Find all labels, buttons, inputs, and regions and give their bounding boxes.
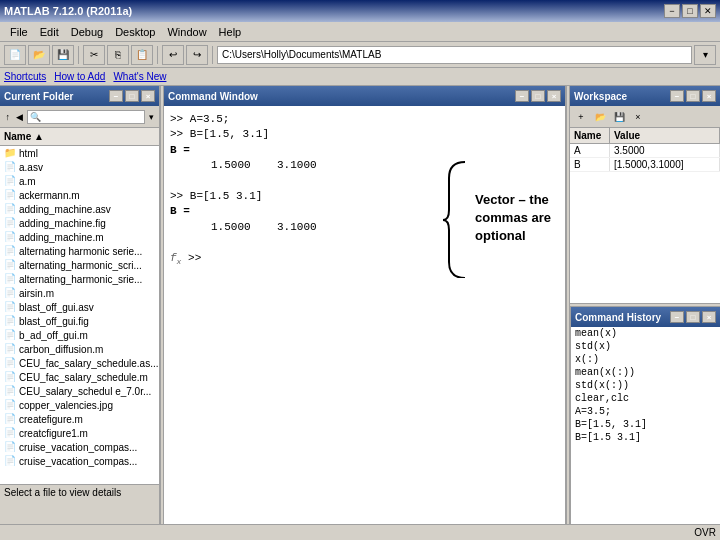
menu-edit[interactable]: Edit xyxy=(34,24,65,40)
ws-var-value: 3.5000 xyxy=(610,144,720,157)
history-item[interactable]: x(:) xyxy=(571,353,720,366)
brace-svg xyxy=(441,158,469,278)
cut-button[interactable]: ✂ xyxy=(83,45,105,65)
file-icon: 📄 xyxy=(4,371,16,383)
list-item[interactable]: 📄ackermann.m xyxy=(0,188,159,202)
workspace-header: Name Value xyxy=(570,128,720,144)
list-item[interactable]: 📄alternating_harmonic_scri... xyxy=(0,258,159,272)
file-icon: 📄 xyxy=(4,357,16,369)
ws-toolbar: + 📂 💾 × xyxy=(570,106,720,128)
cmd-panel-title-buttons: − □ × xyxy=(515,90,561,102)
table-row[interactable]: B [1.5000,3.1000] xyxy=(570,158,720,172)
hist-minimize-button[interactable]: − xyxy=(670,311,684,323)
ws-title-buttons: − □ × xyxy=(670,90,716,102)
ws-new-var-button[interactable]: + xyxy=(572,109,590,125)
open-button[interactable]: 📂 xyxy=(28,45,50,65)
list-item[interactable]: 📄adding_machine.m xyxy=(0,230,159,244)
ws-var-value: [1.5000,3.1000] xyxy=(610,158,720,171)
up-dir-button[interactable]: ↑ xyxy=(2,109,13,125)
file-icon: 📄 xyxy=(4,329,16,341)
folder-options-button[interactable]: ▾ xyxy=(146,109,157,125)
path-bar[interactable]: C:\Users\Holly\Documents\MATLAB xyxy=(217,46,692,64)
redo-button[interactable]: ↪ xyxy=(186,45,208,65)
cmd-minimize-button[interactable]: − xyxy=(515,90,529,102)
menu-desktop[interactable]: Desktop xyxy=(109,24,161,40)
file-name: blast_off_gui.asv xyxy=(19,302,94,313)
list-item[interactable]: 📄airsin.m xyxy=(0,286,159,300)
workspace-titlebar: Workspace − □ × xyxy=(570,86,720,106)
close-button[interactable]: ✕ xyxy=(700,4,716,18)
file-name: alternating_harmonic_scri... xyxy=(19,260,142,271)
shortcuts-link[interactable]: Shortcuts xyxy=(4,71,46,82)
list-item[interactable]: 📄CEU_salary_schedul e_7.0r... xyxy=(0,384,159,398)
list-item[interactable]: 📄a.asv xyxy=(0,160,159,174)
list-item[interactable]: 📄blast_off_gui.asv xyxy=(0,300,159,314)
hist-close-button[interactable]: × xyxy=(702,311,716,323)
undo-button[interactable]: ↩ xyxy=(162,45,184,65)
file-name: createfigure.m xyxy=(19,414,83,425)
ws-close-button[interactable]: × xyxy=(702,90,716,102)
back-button[interactable]: ◀ xyxy=(14,109,25,125)
new-file-button[interactable]: 📄 xyxy=(4,45,26,65)
paste-button[interactable]: 📋 xyxy=(131,45,153,65)
whats-new-link[interactable]: What's New xyxy=(113,71,166,82)
ws-save-button[interactable]: 💾 xyxy=(610,109,628,125)
list-item[interactable]: 📄CEU_fac_salary_schedule.as... xyxy=(0,356,159,370)
history-item[interactable]: std(x) xyxy=(571,340,720,353)
file-icon: 📄 xyxy=(4,189,16,201)
file-icon: 📄 xyxy=(4,287,16,299)
history-item[interactable]: A=3.5; xyxy=(571,405,720,418)
minimize-button[interactable]: − xyxy=(664,4,680,18)
ws-maximize-button[interactable]: □ xyxy=(686,90,700,102)
list-item[interactable]: 📄blast_off_gui.fig xyxy=(0,314,159,328)
annotation-line2: commas are xyxy=(475,210,551,225)
current-folder-title: Current Folder xyxy=(4,91,73,102)
list-item[interactable]: 📄createfigure.m xyxy=(0,412,159,426)
history-item[interactable]: mean(x(:)) xyxy=(571,366,720,379)
panel-close-button[interactable]: × xyxy=(141,90,155,102)
maximize-button[interactable]: □ xyxy=(682,4,698,18)
folder-search-input[interactable] xyxy=(27,110,145,124)
file-list[interactable]: 📁html📄a.asv📄a.m📄ackermann.m📄adding_machi… xyxy=(0,146,159,484)
hist-maximize-button[interactable]: □ xyxy=(686,311,700,323)
workspace-title: Workspace xyxy=(574,91,627,102)
table-row[interactable]: A 3.5000 xyxy=(570,144,720,158)
list-item[interactable]: 📄adding_machine.asv xyxy=(0,202,159,216)
history-item[interactable]: clear,clc xyxy=(571,392,720,405)
list-item[interactable]: 📄adding_machine.fig xyxy=(0,216,159,230)
panel-maximize-button[interactable]: □ xyxy=(125,90,139,102)
cmd-close-button[interactable]: × xyxy=(547,90,561,102)
list-item[interactable]: 📄carbon_diffusion.m xyxy=(0,342,159,356)
list-item[interactable]: 📄CEU_fac_salary_schedule.m xyxy=(0,370,159,384)
history-item[interactable]: B=[1.5 3.1] xyxy=(571,431,720,444)
list-item[interactable]: 📄cruise_vacation_compas... xyxy=(0,454,159,468)
history-item[interactable]: B=[1.5, 3.1] xyxy=(571,418,720,431)
list-item[interactable]: 📄alternating_harmonic_srie... xyxy=(0,272,159,286)
ws-delete-button[interactable]: × xyxy=(629,109,647,125)
cmd-line: >> A=3.5; xyxy=(170,112,559,127)
copy-button[interactable]: ⎘ xyxy=(107,45,129,65)
list-item[interactable]: 📄cruise_vacation_compas... xyxy=(0,440,159,454)
how-to-add-link[interactable]: How to Add xyxy=(54,71,105,82)
panel-minimize-button[interactable]: − xyxy=(109,90,123,102)
file-icon: 📄 xyxy=(4,441,16,453)
ws-open-var-button[interactable]: 📂 xyxy=(591,109,609,125)
list-item[interactable]: 📄copper_valencies.jpg xyxy=(0,398,159,412)
menu-debug[interactable]: Debug xyxy=(65,24,109,40)
menu-window[interactable]: Window xyxy=(161,24,212,40)
ws-minimize-button[interactable]: − xyxy=(670,90,684,102)
history-item[interactable]: std(x(:)) xyxy=(571,379,720,392)
browse-button[interactable]: ▾ xyxy=(694,45,716,65)
save-button[interactable]: 💾 xyxy=(52,45,74,65)
list-item[interactable]: 📄alternating harmonic serie... xyxy=(0,244,159,258)
cmd-maximize-button[interactable]: □ xyxy=(531,90,545,102)
history-item[interactable]: mean(x) xyxy=(571,327,720,340)
list-item[interactable]: 📄creatcfigure1.m xyxy=(0,426,159,440)
command-window-content[interactable]: >> A=3.5;>> B=[1.5, 3.1]B = 1.5000 3.100… xyxy=(164,106,565,524)
cmd-line: >> B=[1.5, 3.1] xyxy=(170,127,559,142)
menu-file[interactable]: File xyxy=(4,24,34,40)
menu-help[interactable]: Help xyxy=(213,24,248,40)
list-item[interactable]: 📁html xyxy=(0,146,159,160)
list-item[interactable]: 📄a.m xyxy=(0,174,159,188)
list-item[interactable]: 📄b_ad_off_gui.m xyxy=(0,328,159,342)
